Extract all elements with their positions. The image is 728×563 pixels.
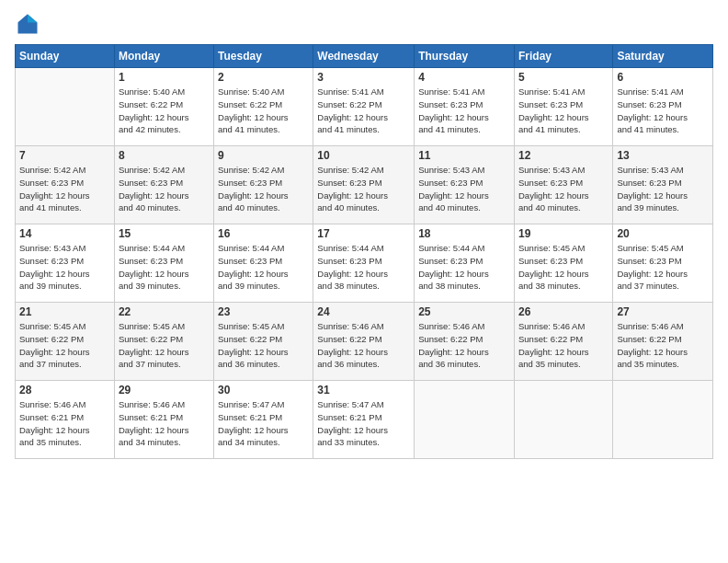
- header: [15, 11, 713, 37]
- day-number: 7: [19, 149, 110, 162]
- day-info: Sunrise: 5:44 AM Sunset: 6:23 PM Dayligh…: [317, 242, 410, 293]
- day-number: 18: [418, 227, 510, 240]
- calendar-header-saturday: Saturday: [613, 45, 713, 68]
- day-info: Sunrise: 5:42 AM Sunset: 6:23 PM Dayligh…: [119, 164, 210, 214]
- day-info: Sunrise: 5:46 AM Sunset: 6:22 PM Dayligh…: [317, 320, 410, 371]
- day-info: Sunrise: 5:44 AM Sunset: 6:23 PM Dayligh…: [119, 242, 210, 293]
- calendar-cell: 2Sunrise: 5:40 AM Sunset: 6:22 PM Daylig…: [214, 68, 313, 146]
- calendar-cell: 30Sunrise: 5:47 AM Sunset: 6:21 PM Dayli…: [214, 381, 313, 459]
- calendar-cell: 23Sunrise: 5:45 AM Sunset: 6:22 PM Dayli…: [214, 303, 313, 381]
- calendar-cell: 26Sunrise: 5:46 AM Sunset: 6:22 PM Dayli…: [514, 303, 612, 381]
- calendar-week-2: 7Sunrise: 5:42 AM Sunset: 6:23 PM Daylig…: [16, 146, 713, 224]
- day-number: 6: [617, 71, 709, 84]
- day-number: 24: [317, 305, 410, 318]
- day-number: 21: [19, 305, 110, 318]
- calendar-cell: 13Sunrise: 5:43 AM Sunset: 6:23 PM Dayli…: [613, 146, 713, 224]
- day-info: Sunrise: 5:43 AM Sunset: 6:23 PM Dayligh…: [518, 164, 609, 214]
- calendar-cell: 24Sunrise: 5:46 AM Sunset: 6:22 PM Dayli…: [313, 303, 415, 381]
- day-info: Sunrise: 5:45 AM Sunset: 6:22 PM Dayligh…: [19, 320, 110, 371]
- day-number: 12: [518, 149, 609, 162]
- day-info: Sunrise: 5:41 AM Sunset: 6:22 PM Dayligh…: [317, 86, 410, 136]
- calendar-header-wednesday: Wednesday: [313, 45, 415, 68]
- day-number: 25: [418, 305, 510, 318]
- calendar-header-sunday: Sunday: [16, 45, 115, 68]
- calendar-cell: 17Sunrise: 5:44 AM Sunset: 6:23 PM Dayli…: [313, 224, 415, 303]
- day-number: 20: [617, 227, 709, 240]
- day-number: 17: [317, 227, 410, 240]
- calendar: SundayMondayTuesdayWednesdayThursdayFrid…: [15, 44, 713, 459]
- calendar-cell: 9Sunrise: 5:42 AM Sunset: 6:23 PM Daylig…: [214, 146, 313, 224]
- day-info: Sunrise: 5:46 AM Sunset: 6:22 PM Dayligh…: [418, 320, 510, 371]
- logo: [15, 11, 44, 37]
- day-info: Sunrise: 5:41 AM Sunset: 6:23 PM Dayligh…: [418, 86, 510, 136]
- day-info: Sunrise: 5:46 AM Sunset: 6:22 PM Dayligh…: [518, 320, 609, 371]
- calendar-week-5: 28Sunrise: 5:46 AM Sunset: 6:21 PM Dayli…: [16, 381, 713, 459]
- calendar-cell: 22Sunrise: 5:45 AM Sunset: 6:22 PM Dayli…: [114, 303, 213, 381]
- day-number: 14: [19, 227, 110, 240]
- calendar-cell: 20Sunrise: 5:45 AM Sunset: 6:23 PM Dayli…: [613, 224, 713, 303]
- calendar-cell: 7Sunrise: 5:42 AM Sunset: 6:23 PM Daylig…: [16, 146, 115, 224]
- calendar-cell: 19Sunrise: 5:45 AM Sunset: 6:23 PM Dayli…: [514, 224, 612, 303]
- day-number: 29: [119, 384, 210, 396]
- day-info: Sunrise: 5:41 AM Sunset: 6:23 PM Dayligh…: [617, 86, 709, 136]
- day-info: Sunrise: 5:43 AM Sunset: 6:23 PM Dayligh…: [418, 164, 510, 214]
- day-number: 19: [518, 227, 609, 240]
- day-number: 26: [518, 305, 609, 318]
- calendar-cell: 21Sunrise: 5:45 AM Sunset: 6:22 PM Dayli…: [16, 303, 115, 381]
- day-info: Sunrise: 5:43 AM Sunset: 6:23 PM Dayligh…: [617, 164, 709, 214]
- day-info: Sunrise: 5:45 AM Sunset: 6:23 PM Dayligh…: [617, 242, 709, 293]
- svg-marker-1: [28, 15, 38, 23]
- day-number: 31: [317, 384, 410, 396]
- day-info: Sunrise: 5:47 AM Sunset: 6:21 PM Dayligh…: [317, 398, 410, 449]
- day-info: Sunrise: 5:45 AM Sunset: 6:22 PM Dayligh…: [218, 320, 309, 371]
- calendar-cell: 14Sunrise: 5:43 AM Sunset: 6:23 PM Dayli…: [16, 224, 115, 303]
- calendar-cell: [16, 68, 115, 146]
- svg-marker-2: [18, 15, 28, 23]
- calendar-cell: 8Sunrise: 5:42 AM Sunset: 6:23 PM Daylig…: [114, 146, 213, 224]
- day-number: 27: [617, 305, 709, 318]
- calendar-cell: 28Sunrise: 5:46 AM Sunset: 6:21 PM Dayli…: [16, 381, 115, 459]
- day-info: Sunrise: 5:42 AM Sunset: 6:23 PM Dayligh…: [218, 164, 309, 214]
- day-number: 5: [518, 71, 609, 84]
- day-info: Sunrise: 5:42 AM Sunset: 6:23 PM Dayligh…: [317, 164, 410, 214]
- day-number: 22: [119, 305, 210, 318]
- calendar-cell: 6Sunrise: 5:41 AM Sunset: 6:23 PM Daylig…: [613, 68, 713, 146]
- calendar-cell: [415, 381, 515, 459]
- day-info: Sunrise: 5:40 AM Sunset: 6:22 PM Dayligh…: [119, 86, 210, 136]
- day-info: Sunrise: 5:41 AM Sunset: 6:23 PM Dayligh…: [518, 86, 609, 136]
- day-info: Sunrise: 5:45 AM Sunset: 6:22 PM Dayligh…: [119, 320, 210, 371]
- calendar-cell: 5Sunrise: 5:41 AM Sunset: 6:23 PM Daylig…: [514, 68, 612, 146]
- calendar-cell: 1Sunrise: 5:40 AM Sunset: 6:22 PM Daylig…: [114, 68, 213, 146]
- day-number: 10: [317, 149, 410, 162]
- day-info: Sunrise: 5:42 AM Sunset: 6:23 PM Dayligh…: [19, 164, 110, 214]
- day-number: 9: [218, 149, 309, 162]
- day-info: Sunrise: 5:46 AM Sunset: 6:22 PM Dayligh…: [617, 320, 709, 371]
- calendar-cell: 12Sunrise: 5:43 AM Sunset: 6:23 PM Dayli…: [514, 146, 612, 224]
- day-number: 11: [418, 149, 510, 162]
- calendar-header-thursday: Thursday: [415, 45, 515, 68]
- calendar-week-4: 21Sunrise: 5:45 AM Sunset: 6:22 PM Dayli…: [16, 303, 713, 381]
- calendar-week-1: 1Sunrise: 5:40 AM Sunset: 6:22 PM Daylig…: [16, 68, 713, 146]
- calendar-cell: [613, 381, 713, 459]
- day-info: Sunrise: 5:44 AM Sunset: 6:23 PM Dayligh…: [418, 242, 510, 293]
- calendar-cell: 11Sunrise: 5:43 AM Sunset: 6:23 PM Dayli…: [415, 146, 515, 224]
- day-number: 30: [218, 384, 309, 396]
- calendar-header-row: SundayMondayTuesdayWednesdayThursdayFrid…: [16, 45, 713, 68]
- calendar-cell: 10Sunrise: 5:42 AM Sunset: 6:23 PM Dayli…: [313, 146, 415, 224]
- logo-icon: [15, 11, 40, 37]
- calendar-cell: 3Sunrise: 5:41 AM Sunset: 6:22 PM Daylig…: [313, 68, 415, 146]
- calendar-week-3: 14Sunrise: 5:43 AM Sunset: 6:23 PM Dayli…: [16, 224, 713, 303]
- day-number: 16: [218, 227, 309, 240]
- calendar-cell: 16Sunrise: 5:44 AM Sunset: 6:23 PM Dayli…: [214, 224, 313, 303]
- calendar-cell: 15Sunrise: 5:44 AM Sunset: 6:23 PM Dayli…: [114, 224, 213, 303]
- day-number: 8: [119, 149, 210, 162]
- day-number: 3: [317, 71, 410, 84]
- calendar-cell: 27Sunrise: 5:46 AM Sunset: 6:22 PM Dayli…: [613, 303, 713, 381]
- day-number: 23: [218, 305, 309, 318]
- day-number: 1: [119, 71, 210, 84]
- calendar-cell: 25Sunrise: 5:46 AM Sunset: 6:22 PM Dayli…: [415, 303, 515, 381]
- calendar-cell: 18Sunrise: 5:44 AM Sunset: 6:23 PM Dayli…: [415, 224, 515, 303]
- day-info: Sunrise: 5:40 AM Sunset: 6:22 PM Dayligh…: [218, 86, 309, 136]
- calendar-cell: [514, 381, 612, 459]
- day-number: 4: [418, 71, 510, 84]
